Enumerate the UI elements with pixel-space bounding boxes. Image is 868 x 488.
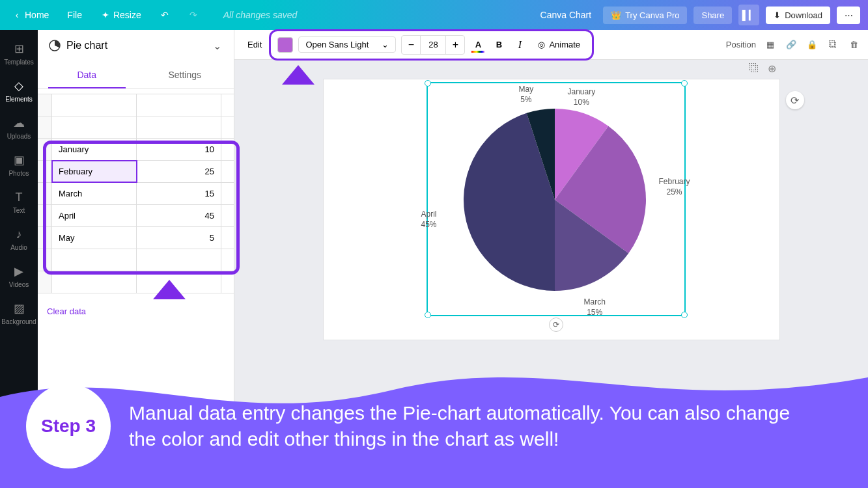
sync-button[interactable]: ⟳ xyxy=(786,91,804,109)
pie-label: March15% xyxy=(584,297,606,318)
duplicate-button[interactable]: ⿻ xyxy=(826,38,839,51)
rotate-handle[interactable]: ⟳ xyxy=(549,318,563,332)
top-bar-right: Canva Chart 👑Try Canva Pro Share ▌▎ ⬇Dow… xyxy=(540,5,860,25)
sidebar-item-background[interactable]: ▨Background xyxy=(0,295,38,332)
value-cell[interactable]: 15 xyxy=(137,183,221,204)
step-text: Manual data entry changes the Pie-chart … xyxy=(129,400,813,453)
top-bar: ‹Home File ✦Resize ↶ ↷ All changes saved… xyxy=(0,0,868,30)
duplicate-page-button[interactable]: ⿻ xyxy=(747,61,761,75)
category-cell[interactable]: April xyxy=(52,205,137,226)
link-button[interactable]: 🔗 xyxy=(785,38,798,51)
redo-button[interactable]: ↷ xyxy=(184,7,203,23)
share-button[interactable]: Share xyxy=(693,7,732,24)
resize-button[interactable]: ✦Resize xyxy=(96,7,145,23)
file-menu[interactable]: File xyxy=(63,7,86,23)
table-row[interactable]: February25 xyxy=(38,161,234,183)
sidebar-item-elements[interactable]: ◇Elements xyxy=(0,72,38,109)
table-row[interactable]: May5 xyxy=(38,227,234,249)
value-cell[interactable]: 5 xyxy=(137,227,221,249)
text-color-button[interactable]: A xyxy=(470,37,486,53)
chevron-left-icon: ‹ xyxy=(12,10,22,20)
resize-handle-bl[interactable] xyxy=(425,312,431,318)
sidebar-item-templates[interactable]: ⊞Templates xyxy=(0,35,38,72)
top-bar-left: ‹Home File ✦Resize ↶ ↷ All changes saved xyxy=(8,7,297,23)
download-button[interactable]: ⬇Download xyxy=(766,7,830,24)
sidebar-item-audio[interactable]: ♪Audio xyxy=(0,221,38,258)
category-cell[interactable]: January xyxy=(52,139,137,160)
data-table: January10February25March15April45May5 xyxy=(38,88,234,299)
sidebar-item-photos[interactable]: ▣Photos xyxy=(0,146,38,183)
resize-handle-tl[interactable] xyxy=(425,80,431,87)
canvas-page[interactable]: ⿻ ⊕ ⟳ ⟳ January10%February25%March15%Apr… xyxy=(324,79,779,340)
category-cell[interactable]: March xyxy=(52,183,137,204)
table-row[interactable]: March15 xyxy=(38,183,234,205)
font-dropdown[interactable]: Open Sans Light⌄ xyxy=(298,36,396,53)
italic-button[interactable]: I xyxy=(512,37,527,53)
step-badge: Step 3 xyxy=(26,384,111,468)
step-banner: Step 3 Manual data entry changes the Pie… xyxy=(0,358,868,488)
context-toolbar: Edit Open Sans Light⌄ − 28 + A B I ◎Anim… xyxy=(234,30,868,60)
undo-button[interactable]: ↶ xyxy=(156,7,174,23)
download-icon: ⬇ xyxy=(774,10,781,20)
save-status: All changes saved xyxy=(223,10,298,20)
document-title[interactable]: Canva Chart xyxy=(540,10,592,20)
value-cell[interactable]: 25 xyxy=(137,161,221,182)
publish-chart-button[interactable]: ▌▎ xyxy=(738,5,759,25)
font-size-value[interactable]: 28 xyxy=(420,36,446,54)
undo-icon: ↶ xyxy=(160,10,170,20)
more-icon: ⋯ xyxy=(845,10,853,20)
templates-icon: ⊞ xyxy=(12,42,26,56)
chevron-down-icon: ⌄ xyxy=(210,39,223,52)
tab-data[interactable]: Data xyxy=(38,62,136,88)
edit-button[interactable]: Edit xyxy=(242,37,267,52)
redo-icon: ↷ xyxy=(188,10,199,20)
elements-icon: ◇ xyxy=(12,79,26,93)
home-button[interactable]: ‹Home xyxy=(8,7,53,23)
category-cell[interactable]: May xyxy=(52,227,137,249)
sidebar-item-videos[interactable]: ▶Videos xyxy=(0,258,38,295)
audio-icon: ♪ xyxy=(12,227,26,241)
tab-settings[interactable]: Settings xyxy=(136,62,234,88)
videos-icon: ▶ xyxy=(12,264,26,278)
lock-button[interactable]: 🔒 xyxy=(805,38,819,51)
style-group: Open Sans Light⌄ − 28 + A B I ◎Animate xyxy=(272,33,591,57)
resize-handle-br[interactable] xyxy=(681,312,688,318)
sidebar-item-uploads[interactable]: ☁Uploads xyxy=(0,109,38,146)
table-row[interactable]: January10 xyxy=(38,139,234,161)
pie-label: January10% xyxy=(568,87,596,107)
chevron-down-icon: ⌄ xyxy=(382,40,389,49)
value-cell[interactable]: 10 xyxy=(137,139,221,160)
font-size-increase[interactable]: + xyxy=(446,36,464,54)
background-icon: ▨ xyxy=(12,301,26,316)
bar-chart-icon: ▌▎ xyxy=(742,10,756,20)
font-size-decrease[interactable]: − xyxy=(402,36,420,54)
fill-color-swatch[interactable] xyxy=(277,37,293,53)
chart-type-dropdown[interactable]: Pie chart ⌄ xyxy=(48,39,223,52)
category-cell[interactable]: February xyxy=(52,161,137,182)
more-button[interactable]: ⋯ xyxy=(837,7,860,24)
table-row[interactable]: April45 xyxy=(38,205,234,227)
animate-button[interactable]: ◎Animate xyxy=(533,37,585,52)
crown-icon: 👑 xyxy=(611,10,621,20)
delete-button[interactable]: 🗑 xyxy=(847,38,860,51)
value-cell[interactable]: 45 xyxy=(137,205,221,226)
pie-chart[interactable] xyxy=(460,105,649,294)
chart-type-label: Pie chart xyxy=(66,40,107,51)
pie-label: April45% xyxy=(421,210,437,230)
resize-icon: ✦ xyxy=(100,10,111,20)
sync-icon: ⟳ xyxy=(791,94,799,107)
bold-button[interactable]: B xyxy=(491,37,507,53)
position-button[interactable]: Position xyxy=(726,40,756,49)
try-pro-button[interactable]: 👑Try Canva Pro xyxy=(603,7,687,24)
sidebar-item-text[interactable]: TText xyxy=(0,183,38,221)
clear-data-button[interactable]: Clear data xyxy=(38,299,234,324)
animate-icon: ◎ xyxy=(538,40,545,49)
text-icon: T xyxy=(12,190,26,204)
transparency-button[interactable]: ▦ xyxy=(764,38,777,51)
add-page-button[interactable]: ⊕ xyxy=(765,61,779,75)
resize-handle-tr[interactable] xyxy=(681,80,688,87)
pie-chart-icon xyxy=(48,39,61,52)
uploads-icon: ☁ xyxy=(12,116,26,130)
font-size-control: − 28 + xyxy=(401,35,465,55)
pie-label: February25% xyxy=(659,177,690,197)
